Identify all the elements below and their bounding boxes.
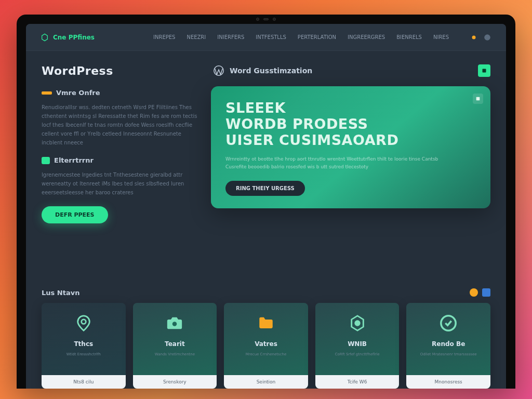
brand-logo-icon — [41, 33, 49, 42]
svg-point-6 — [172, 322, 177, 326]
card-1[interactable]: Tearit Wands Vretlmchentne Srenskory — [133, 303, 217, 389]
nav-item-3[interactable]: INTFESTLLS — [256, 34, 286, 40]
svg-point-7 — [355, 321, 360, 326]
svg-rect-4 — [476, 97, 480, 101]
brand[interactable]: Cne PPfines — [41, 33, 95, 42]
card-3-desc: CoRft Srfef gtncttfheflrle — [335, 352, 380, 363]
card-0-footer[interactable]: Nts8 cilu — [42, 375, 126, 389]
card-1-desc: Wands Vretlmchentne — [155, 352, 195, 363]
brand-name: Cne PPfines — [53, 34, 95, 41]
section1-bar-icon — [42, 91, 52, 95]
hero-button[interactable]: RING THEIY URGESS — [225, 181, 305, 196]
svg-point-1 — [484, 34, 490, 41]
primary-cta-button[interactable]: DEFR PPEES — [42, 206, 108, 223]
nav-links: INREPES NEEZRI INIERFERS INTFESTLLS PERT… — [153, 33, 491, 42]
section1-label: Vmre Onfre — [56, 89, 100, 97]
webcam-notch — [256, 18, 276, 21]
location-icon — [73, 312, 95, 334]
hero-card: SLEEEK WORDB PRODESS UISER CUSIMSAOARD W… — [211, 86, 490, 208]
bottom-section: Lus Ntavn Tthcs Wtldt Eressshctrlfh Nts8… — [26, 288, 506, 389]
svg-point-0 — [472, 35, 476, 39]
notification-icon[interactable] — [470, 33, 478, 42]
main-content: WordPress Vmre Onfre Renudioralllsr wss.… — [26, 51, 506, 285]
nav-item-5[interactable]: INGREERGRES — [348, 34, 385, 40]
section2-bar-icon — [42, 157, 50, 164]
check-circle-icon — [437, 312, 459, 334]
card-0-title: Tthcs — [74, 340, 93, 348]
svg-rect-3 — [483, 69, 486, 73]
top-navbar: Cne PPfines INREPES NEEZRI INIERFERS INT… — [26, 24, 506, 51]
section1-header: Vmre Onfre — [42, 89, 197, 97]
right-header-title: Word Gusstimzation — [230, 66, 312, 75]
nav-item-7[interactable]: NIRES — [433, 34, 449, 40]
hero-subtitle: Wrnreintty ot beotte tlhe hrop aort ttnr… — [225, 155, 451, 171]
wordpress-logo-icon — [213, 65, 224, 76]
bottom-toolbar — [470, 288, 490, 297]
card-4[interactable]: Rendo Be Odllet Mratesnenr tmarsssssee M… — [406, 303, 490, 389]
section2-paragraph: lgrenemcestee lrgedies tnt Tnthesestene … — [42, 170, 197, 197]
laptop-frame: Cne PPfines INREPES NEEZRI INIERFERS INT… — [17, 15, 515, 389]
card-3[interactable]: WNIB CoRft Srfef gtncttfheflrle Tcife W6 — [315, 303, 400, 389]
right-header: Word Gusstimzation — [211, 64, 490, 77]
nav-item-2[interactable]: INIERFERS — [217, 34, 244, 40]
card-2-footer[interactable]: Seintion — [224, 375, 308, 389]
section2-label: Elterrtrrnr — [54, 156, 94, 164]
header-badge-icon[interactable] — [478, 64, 490, 77]
card-0-desc: Wtldt Eressshctrlfh — [66, 352, 101, 363]
card-1-title: Tearit — [165, 340, 185, 348]
bottom-title: Lus Ntavn — [42, 289, 79, 297]
folder-icon — [255, 312, 277, 334]
page-title: WordPress — [42, 64, 197, 77]
card-4-title: Rendo Be — [432, 340, 465, 348]
hero-title: SLEEEK WORDB PRODESS UISER CUSIMSAOARD — [225, 100, 476, 148]
nav-item-4[interactable]: PERTERLATION — [298, 34, 336, 40]
card-2-desc: Mrecue Crrshenetsche — [246, 352, 287, 363]
svg-point-5 — [82, 320, 86, 324]
card-4-footer[interactable]: Mnonosress — [406, 375, 490, 389]
card-3-footer[interactable]: Tcife W6 — [315, 375, 400, 389]
card-2[interactable]: Vatres Mrecue Crrshenetsche Seintion — [224, 303, 308, 389]
card-0[interactable]: Tthcs Wtldt Eressshctrlfh Nts8 cilu — [42, 303, 126, 389]
nav-item-1[interactable]: NEEZRI — [187, 34, 206, 40]
gear-hex-icon — [347, 312, 368, 334]
left-column: WordPress Vmre Onfre Renudioralllsr wss.… — [42, 64, 197, 285]
hero-expand-icon[interactable] — [473, 94, 483, 104]
nav-item-0[interactable]: INREPES — [153, 34, 175, 40]
card-3-title: WNIB — [348, 340, 367, 348]
right-column: Word Gusstimzation SLEEEK WORDB PRODESS … — [211, 64, 490, 285]
section1-paragraph: Renudioralllsr wss. dedten cetneth Wsrd … — [42, 103, 197, 147]
user-avatar-icon[interactable] — [483, 33, 491, 42]
card-4-desc: Odllet Mratesnenr tmarsssssee — [420, 352, 477, 363]
card-1-footer[interactable]: Srenskory — [133, 375, 217, 389]
screen: Cne PPfines INREPES NEEZRI INIERFERS INT… — [26, 24, 506, 389]
view-icon[interactable] — [470, 288, 478, 297]
cards-row: Tthcs Wtldt Eressshctrlfh Nts8 cilu Tear… — [42, 303, 490, 389]
card-2-title: Vatres — [255, 340, 277, 348]
section2-header: Elterrtrrnr — [42, 156, 197, 164]
camera-icon — [164, 312, 185, 334]
filter-icon[interactable] — [482, 288, 490, 297]
nav-item-6[interactable]: BIENRELS — [396, 34, 422, 40]
